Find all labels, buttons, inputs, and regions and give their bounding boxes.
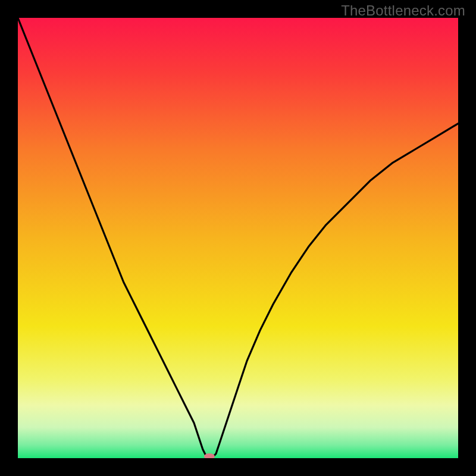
gradient-background [18,18,458,458]
bottleneck-chart [18,18,458,458]
chart-frame: TheBottleneck.com [0,0,476,476]
plot-area [18,18,458,458]
watermark-text: TheBottleneck.com [341,2,465,19]
